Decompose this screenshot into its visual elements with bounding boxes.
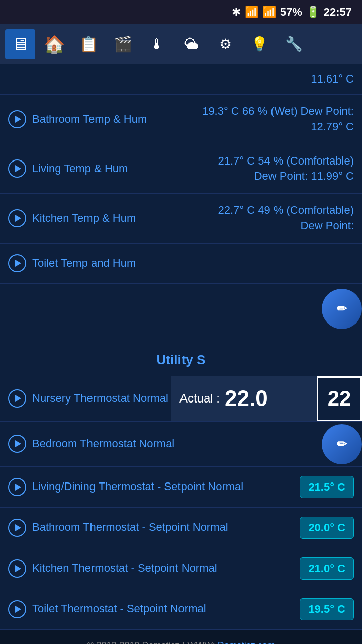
list-item-left: Toilet Thermostat - Setpoint Normal [8,600,300,618]
toilet-label: Toilet Temp and Hum [32,256,136,271]
list-item-left: Bathroom Thermostat - Setpoint Normal [8,519,300,537]
kitchen-value: 22.7° C 49 % (Comfortable) Dew Point: [193,203,354,234]
status-bar: ✱ 📶 📶 57% 🔋 22:57 [0,0,362,24]
battery-icon: 🔋 [306,6,320,19]
list-item-kitchen-thermostat[interactable]: Kitchen Thermostat - Setpoint Normal 21.… [0,548,362,589]
nav-icon-weather[interactable]: 🌥 [176,29,206,59]
play-icon-kitchen[interactable] [8,209,26,227]
overlay-actual-value: 22.0 [225,386,268,411]
play-icon-bathroom[interactable] [8,110,26,128]
toilet-therm-setpoint: 19.5° C [300,598,354,620]
bathroom-value: 19.3° C 66 % (Wet) Dew Point: 12.79° C [193,104,354,135]
time-text: 22:57 [324,6,352,19]
overlay-setpoint-value: 22 [328,386,351,411]
kitchen-label: Kitchen Temp & Hum [32,211,136,226]
play-icon-toilet-therm[interactable] [8,600,26,618]
bedroom-label: Bedroom Thermostat Normal [32,437,174,451]
list-item-nursery[interactable]: Nursery Thermostat Normal Actual : 22.0 … [0,376,362,422]
nav-icon-list[interactable]: 📋 [73,29,104,59]
nav-icon-tools[interactable]: 🔧 [279,29,309,59]
play-icon-nursery[interactable] [8,389,26,408]
footer-link[interactable]: Domoticz.com [218,640,275,644]
nursery-label: Nursery Thermostat Normal [32,391,168,406]
list-item-left: Living/Dining Thermostat - Setpoint Norm… [8,478,300,496]
list-item-left: Kitchen Temp & Hum [8,209,193,227]
nav-icon-settings[interactable]: ⚙ [210,29,240,59]
list-item-toilet[interactable]: Toilet Temp and Hum [0,244,362,284]
bathroom-label: Bathroom Temp & Hum [32,112,147,127]
living-value: 21.7° C 54 % (Comfortable) Dew Point: 11… [193,153,354,185]
list-item-left: Toilet Temp and Hum [8,254,354,272]
play-icon-bathroom-therm[interactable] [8,519,26,537]
footer: © 2012-2019 Domoticz | WWW: Domoticz.com [0,630,362,644]
living-therm-label: Living/Dining Thermostat - Setpoint Norm… [32,479,243,494]
nav-icon-temp[interactable]: 🌡 [142,29,172,59]
play-icon-toilet[interactable] [8,254,26,272]
bathroom-therm-label: Bathroom Thermostat - Setpoint Normal [32,520,228,535]
living-label: Living Temp & Hum [32,162,128,176]
play-icon-living[interactable] [8,159,26,178]
list-item-bathroom-thermostat[interactable]: Bathroom Thermostat - Setpoint Normal 20… [0,508,362,548]
blue-circle-top: ✏ [322,289,362,329]
list-item-living-thermostat[interactable]: Living/Dining Thermostat - Setpoint Norm… [0,467,362,508]
bathroom-therm-setpoint: 20.0° C [300,517,354,539]
bluetooth-icon: ✱ [232,6,241,19]
nav-icon-camera[interactable]: 🎬 [108,29,138,59]
list-item-bedroom[interactable]: Bedroom Thermostat Normal ✏ [0,422,362,467]
overlay-setpoint-box: 22 [317,376,362,421]
signal-icon: 📶 [262,6,276,19]
toilet-therm-label: Toilet Thermostat - Setpoint Normal [32,602,206,616]
list-item-toilet-thermostat[interactable]: Toilet Thermostat - Setpoint Normal 19.5… [0,589,362,630]
list-item-left: Living Temp & Hum [8,159,193,178]
nav-icon-house[interactable]: 🏠 [39,29,69,59]
status-icons: ✱ 📶 📶 57% 🔋 22:57 [232,6,352,19]
main-content: 11.61° C Bathroom Temp & Hum 19.3° C 66 … [0,64,362,630]
wifi-icon: 📶 [245,6,258,19]
list-item-left: Kitchen Thermostat - Setpoint Normal [8,559,300,578]
footer-text: © 2012-2019 Domoticz | WWW: [87,640,215,644]
kitchen-therm-setpoint: 21.0° C [300,557,354,580]
list-item-bathroom[interactable]: Bathroom Temp & Hum 19.3° C 66 % (Wet) D… [0,95,362,144]
utility-header-text: Utility S [157,352,206,367]
section-header-utility: Utility S [0,344,362,376]
nav-icon-home[interactable]: 🖥 [5,29,35,59]
battery-text: 57% [280,6,302,19]
living-therm-setpoint: 21.5° C [300,476,354,498]
kitchen-therm-label: Kitchen Thermostat - Setpoint Normal [32,561,217,576]
list-item-living[interactable]: Living Temp & Hum 21.7° C 54 % (Comforta… [0,144,362,194]
play-icon-bedroom[interactable] [8,435,26,453]
partial-top-item: 11.61° C [0,64,362,95]
partial-item-value: 11.61° C [311,71,354,87]
blue-circle-bottom: ✏ [322,424,362,464]
play-icon-living-therm[interactable] [8,478,26,496]
nav-bar: 🖥 🏠 📋 🎬 🌡 🌥 ⚙ 💡 🔧 [0,24,362,64]
nav-icon-lights[interactable]: 💡 [244,29,275,59]
overlay-actual-label: Actual : [179,391,220,406]
list-item-left: Bedroom Thermostat Normal [8,435,354,453]
list-item-kitchen[interactable]: Kitchen Temp & Hum 22.7° C 49 % (Comfort… [0,194,362,244]
list-item-left: Bathroom Temp & Hum [8,110,193,128]
play-icon-kitchen-therm[interactable] [8,559,26,578]
